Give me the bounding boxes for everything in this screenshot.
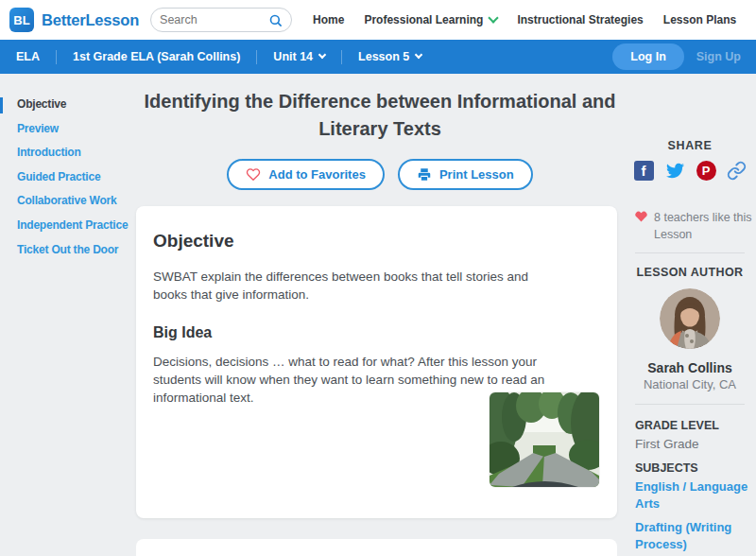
divider bbox=[341, 50, 342, 64]
add-to-favorites-button[interactable]: Add to Favorites bbox=[227, 159, 385, 190]
fork-in-road-photo[interactable] bbox=[490, 392, 599, 487]
chevron-down-icon bbox=[415, 51, 422, 59]
lesson-toc: Objective Preview Introduction Guided Pr… bbox=[0, 97, 132, 267]
grade-level-heading: GRADE LEVEL bbox=[635, 419, 719, 432]
likes-text: 8 teachers like this Lesson bbox=[654, 209, 756, 243]
print-lesson-label: Print Lesson bbox=[439, 167, 514, 182]
divider bbox=[635, 252, 745, 253]
author-location: National City, CA bbox=[624, 377, 756, 391]
page-title: Identifying the Difference between Infor… bbox=[125, 88, 635, 143]
divider bbox=[256, 50, 257, 64]
nav-professional-learning-label: Professional Learning bbox=[364, 13, 483, 26]
divider bbox=[635, 404, 745, 405]
copy-link-icon[interactable] bbox=[727, 161, 747, 181]
breadcrumb-unit-label: Unit 14 bbox=[273, 50, 313, 63]
toc-item-preview[interactable]: Preview bbox=[0, 122, 132, 137]
subjects-heading: SUBJECTS bbox=[635, 461, 698, 475]
nav-lesson-plans-label: Lesson Plans bbox=[663, 13, 736, 26]
brand-name[interactable]: BetterLesson bbox=[42, 11, 139, 29]
objective-heading: Objective bbox=[153, 231, 617, 252]
chevron-down-icon bbox=[489, 12, 499, 23]
objective-text: SWBAT explain the differences between bo… bbox=[153, 268, 550, 304]
divider bbox=[56, 50, 57, 64]
subject-link-english-language-arts[interactable]: English / Language Arts bbox=[635, 478, 756, 513]
heart-outline-icon bbox=[246, 167, 261, 182]
lesson-breadcrumb-bar: ELA 1st Grade ELA (Sarah Collins) Unit 1… bbox=[0, 40, 756, 74]
subject-link-drafting[interactable]: Drafting (Writing Process) bbox=[635, 519, 756, 553]
next-section-card bbox=[136, 539, 617, 556]
breadcrumb-lesson-label: Lesson 5 bbox=[358, 50, 409, 63]
toc-item-independent-practice[interactable]: Independent Practice bbox=[0, 218, 132, 234]
objective-card: Objective SWBAT explain the differences … bbox=[136, 206, 617, 518]
nav-lesson-plans[interactable]: Lesson Plans bbox=[663, 13, 736, 26]
top-header: BL BetterLesson Home Professional Learni… bbox=[0, 0, 756, 40]
share-heading: SHARE bbox=[624, 139, 756, 152]
nav-home[interactable]: Home bbox=[313, 13, 344, 26]
nav-home-label: Home bbox=[313, 13, 344, 26]
lesson-author-heading: LESSON AUTHOR bbox=[624, 266, 756, 279]
lesson-actions: Add to Favorites Print Lesson bbox=[125, 159, 635, 190]
share-icons: f P bbox=[624, 161, 756, 181]
breadcrumb-course[interactable]: 1st Grade ELA (Sarah Collins) bbox=[73, 50, 240, 63]
subjects-list: English / Language Arts Drafting (Writin… bbox=[635, 478, 756, 556]
big-idea-heading: Big Idea bbox=[153, 324, 617, 341]
toc-item-ticket-out-the-door[interactable]: Ticket Out the Door bbox=[0, 243, 132, 258]
likes-counter: 8 teachers like this Lesson bbox=[634, 209, 756, 243]
sign-up-button[interactable]: Sign Up bbox=[696, 50, 741, 63]
breadcrumb-lesson-dropdown[interactable]: Lesson 5 bbox=[358, 50, 421, 63]
toc-item-guided-practice[interactable]: Guided Practice bbox=[0, 170, 132, 185]
print-lesson-button[interactable]: Print Lesson bbox=[398, 159, 533, 190]
search-input[interactable] bbox=[160, 13, 268, 26]
twitter-icon[interactable] bbox=[664, 162, 686, 180]
breadcrumb-unit-dropdown[interactable]: Unit 14 bbox=[273, 50, 325, 63]
search-box[interactable] bbox=[150, 8, 292, 32]
add-to-favorites-label: Add to Favorites bbox=[268, 167, 366, 182]
top-navigation: Home Professional Learning Instructional… bbox=[313, 13, 736, 26]
pinterest-icon[interactable]: P bbox=[696, 161, 716, 181]
grade-level-value: First Grade bbox=[635, 437, 699, 451]
toc-item-objective[interactable]: Objective bbox=[0, 97, 132, 113]
search-icon[interactable] bbox=[268, 13, 283, 27]
facebook-icon[interactable]: f bbox=[634, 161, 654, 181]
toc-item-collaborative-work[interactable]: Collaborative Work bbox=[0, 194, 132, 209]
nav-instructional-strategies[interactable]: Instructional Strategies bbox=[517, 13, 643, 26]
log-in-button[interactable]: Log In bbox=[612, 43, 684, 70]
toc-item-introduction[interactable]: Introduction bbox=[0, 146, 132, 161]
author-avatar[interactable] bbox=[660, 288, 720, 349]
author-name: Sarah Collins bbox=[624, 360, 756, 375]
printer-icon bbox=[417, 167, 432, 182]
breadcrumb-ela[interactable]: ELA bbox=[16, 50, 40, 63]
betterlesson-logo-icon[interactable]: BL bbox=[9, 8, 34, 32]
nav-professional-learning[interactable]: Professional Learning bbox=[364, 13, 497, 26]
chevron-down-icon bbox=[318, 51, 326, 59]
heart-filled-icon bbox=[634, 210, 648, 223]
nav-instructional-strategies-label: Instructional Strategies bbox=[517, 13, 643, 26]
